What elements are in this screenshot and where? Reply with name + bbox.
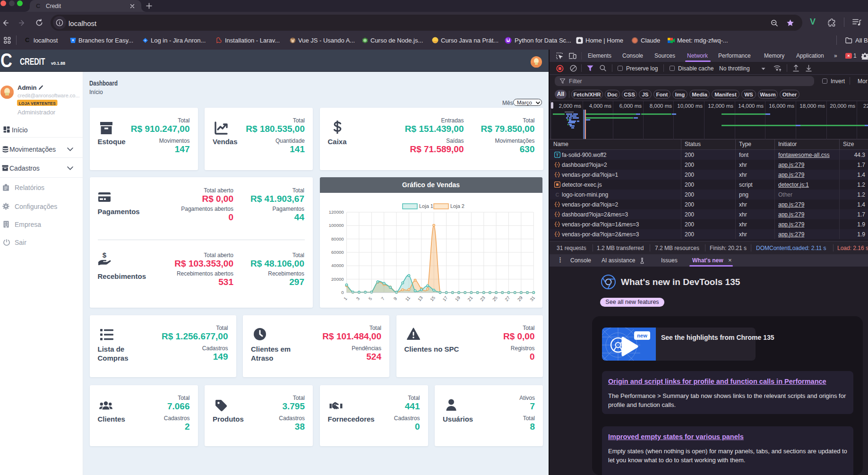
svg-text:5: 5 bbox=[367, 296, 373, 301]
svg-text:Loja 2: Loja 2 bbox=[450, 203, 464, 209]
svg-text:0: 0 bbox=[341, 290, 344, 295]
svg-text:40000: 40000 bbox=[331, 263, 344, 268]
svg-text:17: 17 bbox=[441, 295, 448, 302]
svg-text:7: 7 bbox=[380, 296, 386, 301]
svg-text:23: 23 bbox=[479, 295, 486, 302]
svg-text:20000: 20000 bbox=[331, 276, 344, 282]
svg-text:21: 21 bbox=[466, 295, 473, 302]
svg-text:9: 9 bbox=[392, 296, 398, 301]
svg-text:80000: 80000 bbox=[331, 236, 344, 242]
svg-text:3: 3 bbox=[355, 296, 361, 301]
svg-text:C: C bbox=[556, 192, 559, 198]
svg-text:27: 27 bbox=[504, 295, 511, 302]
svg-text:100000: 100000 bbox=[328, 223, 344, 228]
svg-text:$: $ bbox=[102, 252, 106, 259]
svg-text:1: 1 bbox=[342, 296, 348, 301]
svg-text:13: 13 bbox=[416, 295, 423, 302]
svg-text:120000: 120000 bbox=[328, 209, 344, 215]
svg-text:15: 15 bbox=[429, 295, 436, 302]
svg-text:11: 11 bbox=[404, 295, 411, 302]
svg-text:60000: 60000 bbox=[331, 250, 344, 255]
svg-text:19: 19 bbox=[454, 295, 461, 302]
svg-text:T: T bbox=[556, 152, 559, 157]
svg-text:29: 29 bbox=[516, 295, 523, 302]
svg-text:Loja 1: Loja 1 bbox=[419, 203, 433, 209]
svg-text:25: 25 bbox=[491, 295, 498, 302]
svg-text:31: 31 bbox=[529, 295, 536, 302]
